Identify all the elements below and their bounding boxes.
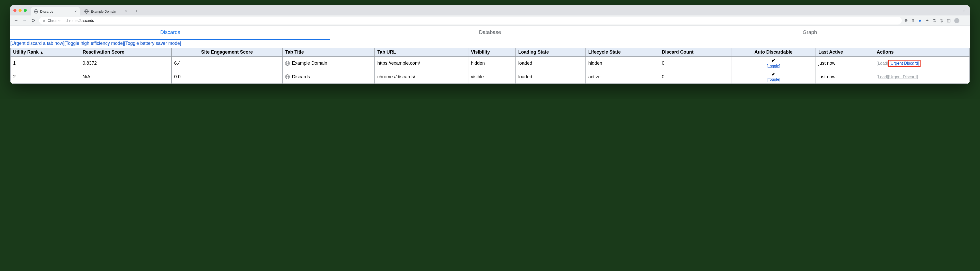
- site-info-icon[interactable]: ◈: [43, 19, 46, 23]
- load-link[interactable]: [Load]: [877, 61, 888, 65]
- close-tab-icon[interactable]: ×: [75, 9, 77, 13]
- cell-rank: 1: [11, 57, 80, 70]
- page-tabs: Discards Database Graph: [10, 26, 970, 40]
- menu-icon[interactable]: ⋮: [963, 18, 967, 23]
- forward-button[interactable]: →: [22, 18, 28, 23]
- cell-title: Discards: [283, 70, 375, 84]
- cell-engagement: 6.4: [172, 57, 283, 70]
- toggle-battery-saver-link[interactable]: [Toggle battery saver mode]: [124, 41, 181, 46]
- cell-engagement: 0.0: [172, 70, 283, 84]
- highlight-box: [Urgent Discard]: [888, 60, 921, 67]
- col-tab-url[interactable]: Tab URL: [375, 48, 468, 57]
- browser-toolbar: ← → ⟳ ◈ Chrome | chrome://discards ⊕ ⇪ ★…: [10, 16, 970, 26]
- col-actions[interactable]: Actions: [874, 48, 970, 57]
- table-row: 2 N/A 0.0 Discards chrome://discards/ vi…: [11, 70, 970, 84]
- omnibox-url: chrome://discards: [65, 19, 94, 23]
- maximize-window-button[interactable]: [24, 9, 27, 12]
- cell-reactivation: N/A: [80, 70, 172, 84]
- bookmark-icon[interactable]: ★: [918, 18, 922, 23]
- toolbar-actions: ⊕ ⇪ ★ ✦ ⚗ ◎ ◫ ⋮: [904, 18, 967, 23]
- cast-icon[interactable]: ◎: [940, 18, 943, 23]
- browser-tab-discards[interactable]: Discards ×: [31, 7, 80, 16]
- cell-last-active: just now: [816, 70, 874, 84]
- sort-arrow-icon: ▲: [40, 50, 43, 54]
- cell-reactivation: 0.8372: [80, 57, 172, 70]
- profile-avatar[interactable]: [954, 18, 959, 23]
- cell-lifecycle: hidden: [585, 57, 659, 70]
- toggle-auto-discardable-link[interactable]: [Toggle]: [767, 64, 780, 68]
- cell-visibility: hidden: [468, 57, 515, 70]
- col-visibility[interactable]: Visibility: [468, 48, 515, 57]
- col-lifecycle-state[interactable]: Lifecycle State: [585, 48, 659, 57]
- tab-graph[interactable]: Graph: [650, 26, 970, 40]
- cell-lifecycle: active: [585, 70, 659, 84]
- globe-icon: [285, 61, 290, 66]
- urgent-discard-link[interactable]: [Urgent Discard]: [889, 61, 919, 65]
- share-icon[interactable]: ⇪: [911, 18, 915, 23]
- urgent-discard-link[interactable]: [Urgent Discard]: [888, 75, 918, 79]
- global-actions: [Urgent discard a tab now][Toggle high e…: [10, 40, 970, 48]
- close-tab-icon[interactable]: ×: [125, 9, 127, 13]
- check-icon: ✔: [734, 58, 813, 63]
- col-discard-count[interactable]: Discard Count: [659, 48, 731, 57]
- globe-icon: [285, 75, 290, 79]
- col-tab-title[interactable]: Tab Title: [283, 48, 375, 57]
- reload-button[interactable]: ⟳: [30, 18, 37, 24]
- col-last-active[interactable]: Last Active: [816, 48, 874, 57]
- urgent-discard-now-link[interactable]: [Urgent discard a tab now]: [10, 41, 64, 46]
- cell-discard-count: 0: [659, 70, 731, 84]
- page-content: Discards Database Graph [Urgent discard …: [10, 26, 970, 84]
- new-tab-button[interactable]: +: [133, 8, 140, 14]
- browser-tab-title: Discards: [40, 10, 53, 13]
- labs-icon[interactable]: ⚗: [932, 18, 936, 23]
- browser-window: Discards × Example Domain × + ⌄ ← → ⟳ ◈ …: [10, 5, 970, 84]
- cell-auto-discardable: ✔ [Toggle]: [731, 70, 816, 84]
- table-row: 1 0.8372 6.4 Example Domain https://exam…: [11, 57, 970, 70]
- col-utility-rank[interactable]: Utility Rank ▲: [11, 48, 80, 57]
- cell-last-active: just now: [816, 57, 874, 70]
- cell-loading: loaded: [515, 70, 585, 84]
- window-controls: [13, 9, 27, 12]
- col-site-engagement[interactable]: Site Engagement Score: [172, 48, 283, 57]
- browser-tab-title: Example Domain: [91, 10, 116, 13]
- tab-discards[interactable]: Discards: [10, 26, 330, 40]
- cell-url: https://example.com/: [375, 57, 468, 70]
- cell-actions: [Load][Urgent Discard]: [874, 70, 970, 84]
- browser-tab-example[interactable]: Example Domain ×: [81, 7, 130, 16]
- toggle-auto-discardable-link[interactable]: [Toggle]: [767, 77, 780, 81]
- cell-rank: 2: [11, 70, 80, 84]
- sidepanel-icon[interactable]: ◫: [947, 18, 951, 23]
- check-icon: ✔: [734, 72, 813, 77]
- cell-discard-count: 0: [659, 57, 731, 70]
- discards-table: Utility Rank ▲ Reactivation Score Site E…: [10, 48, 970, 84]
- back-button[interactable]: ←: [13, 18, 19, 23]
- table-header-row: Utility Rank ▲ Reactivation Score Site E…: [11, 48, 970, 57]
- cell-title: Example Domain: [283, 57, 375, 70]
- toggle-high-efficiency-link[interactable]: [Toggle high efficiency mode]: [64, 41, 124, 46]
- minimize-window-button[interactable]: [19, 9, 22, 12]
- col-reactivation-score[interactable]: Reactivation Score: [80, 48, 172, 57]
- tab-database[interactable]: Database: [330, 26, 650, 40]
- globe-icon: [84, 9, 89, 13]
- cell-loading: loaded: [515, 57, 585, 70]
- load-link[interactable]: [Load]: [877, 75, 888, 79]
- col-loading-state[interactable]: Loading State: [515, 48, 585, 57]
- window-titlebar: Discards × Example Domain × + ⌄: [10, 5, 970, 16]
- address-bar[interactable]: ◈ Chrome | chrome://discards: [39, 17, 902, 24]
- col-auto-discardable[interactable]: Auto Discardable: [731, 48, 816, 57]
- zoom-icon[interactable]: ⊕: [904, 18, 908, 23]
- globe-icon: [34, 9, 38, 13]
- cell-auto-discardable: ✔ [Toggle]: [731, 57, 816, 70]
- omnibox-security-label: Chrome: [48, 19, 60, 23]
- tab-search-button[interactable]: ⌄: [961, 8, 967, 12]
- cell-actions: [Load][Urgent Discard]: [874, 57, 970, 70]
- cell-url: chrome://discards/: [375, 70, 468, 84]
- cell-visibility: visible: [468, 70, 515, 84]
- extensions-icon[interactable]: ✦: [926, 18, 929, 23]
- close-window-button[interactable]: [13, 9, 16, 12]
